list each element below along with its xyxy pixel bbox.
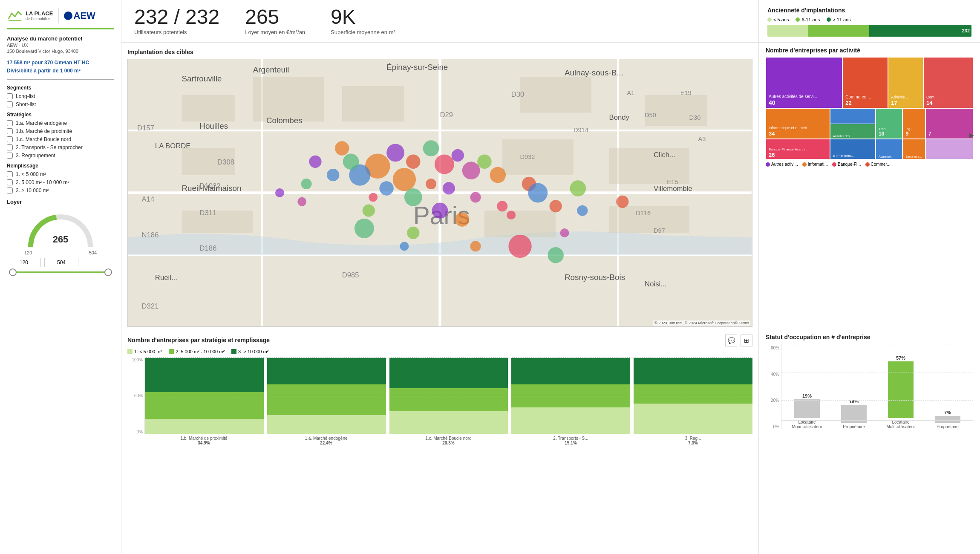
svg-text:Rueil...: Rueil... [155,274,177,282]
svg-text:Épinay-sur-Seine: Épinay-sur-Seine [386,63,448,72]
rempl-3[interactable]: 3. > 10 000 m² [7,188,114,193]
chart-toolbar[interactable]: 💬 ⊞ [725,335,752,346]
strat-1b[interactable]: 1.b. Marché de proximité [7,128,114,134]
anc-6-11-label: 6-11 ans [801,17,820,22]
anciennete-value: 232 [962,28,970,33]
grid-button[interactable]: ⊞ [741,335,752,346]
property-sub: AEW - UX [7,43,114,48]
svg-rect-13 [520,77,591,113]
svg-point-84 [297,197,306,206]
legend-label-2: 2. 5 000 m² - 10 000 m² [176,349,225,354]
strat-1a-label: 1.a. Marché endogène [16,120,67,126]
svg-point-71 [369,193,378,202]
strat-1c-label: 1.c. Marché Boucle nord [16,136,71,142]
anc-less5: < 5 ans [767,17,789,22]
svg-point-64 [393,168,416,191]
strat-3-cb[interactable] [7,153,13,159]
strat-1b-label: 1.b. Marché de proximité [16,128,72,134]
svg-text:D29: D29 [440,111,453,119]
cell-activites: Activités des... [830,124,876,139]
strat-1a-cb[interactable] [7,120,13,126]
svg-text:D157: D157 [137,124,154,132]
strat-2-cb[interactable] [7,144,13,150]
range-slider[interactable] [7,271,114,273]
anciennete-title: Ancienneté d'implantations [767,7,971,14]
strat-1b-cb[interactable] [7,128,13,134]
svg-rect-14 [645,95,707,126]
rempl-2-label: 2. 5 000 m² - 10 000 m² [16,179,69,185]
segment-longlist[interactable]: Long-list [7,93,114,99]
strat-2-label: 2. Transports - Se rapprocher [16,144,83,150]
map-title: Implantation des cibles [127,49,752,55]
occ-bar-locataire-multi: 57% LocataireMulti-utilisateur [879,355,922,429]
strat-3[interactable]: 3. Regroupement [7,153,114,159]
svg-point-78 [432,202,448,219]
occupation-chart: 60% 40% 20% 0% 19% [766,344,973,429]
range-thumb-left[interactable] [9,268,17,276]
rempl-3-cb[interactable] [7,188,13,193]
strat-1c[interactable]: 1.c. Marché Boucle nord [7,136,114,142]
laplace-name: LA PLACE [26,11,53,17]
svg-text:N186: N186 [142,231,159,239]
strat-1a[interactable]: 1.a. Marché endogène [7,120,114,126]
treemap-legend: Autres activi... Informati... Banque-Fi.… [766,162,973,167]
strat-3-label: 3. Regroupement [16,153,55,159]
range-thumb-right[interactable] [104,268,112,276]
range-min-input[interactable]: 120 [7,258,41,267]
svg-point-61 [423,140,439,156]
svg-point-74 [404,188,422,206]
svg-point-81 [528,183,548,202]
treemap-more-arrow[interactable]: ▶ [969,132,974,138]
svg-text:D97: D97 [654,227,665,234]
treemap-section: Nombre d'entreprises par activité Autres… [766,47,973,329]
y-0: 0% [137,430,143,434]
kpi-utilisateurs-label: Utilisateurs potentiels [134,29,219,35]
anc-more11: > 11 ans [827,17,851,22]
cell-autres-services: Autres activités de servi... 40 [766,57,842,108]
svg-text:Colombes: Colombes [266,116,303,125]
map-container[interactable]: Paris Sartrouville Argenteuil Épinay-sur… [127,59,752,327]
loyer-section: Loyer 265 120 504 120 504 [7,199,114,273]
cell-ing: Ing... 9 [902,108,925,139]
longlist-checkbox[interactable] [7,93,13,99]
kpi-loyer-label: Loyer moyen en €/m²/an [245,29,305,35]
svg-text:E19: E19 [680,89,692,96]
legend-label-3: 3. > 10 000 m² [238,349,268,354]
svg-text:D186: D186 [199,244,216,252]
svg-point-87 [507,211,516,219]
cell-sante: Santé et a... [902,139,925,159]
svg-point-59 [406,155,420,169]
svg-text:E15: E15 [667,179,678,185]
rempl-2-cb[interactable] [7,179,13,185]
occ-y-60: 60% [771,346,779,350]
legend-item-1: 1. < 5 000 m² [127,349,162,354]
svg-point-58 [386,144,404,162]
svg-point-94 [275,188,284,197]
rempl-2[interactable]: 2. 5 000 m² - 10 000 m² [7,179,114,185]
rempl-1-cb[interactable] [7,171,13,177]
svg-point-86 [309,156,321,168]
property-address: 150 Boulevard Victor Hugo, 93400 [7,49,114,54]
svg-rect-10 [182,95,235,122]
shortlist-checkbox[interactable] [7,101,13,107]
svg-text:Villemomble: Villemomble [654,185,692,193]
anc-more11-label: > 11 ans [833,17,851,22]
strat-1c-cb[interactable] [7,136,13,142]
x-label-1a: 1.a. Marché endogène 22.4% [267,436,386,445]
svg-point-92 [560,228,569,237]
legend-banque: Banque-Fi... [832,162,861,167]
segment-shortlist[interactable]: Short-list [7,101,114,107]
svg-point-93 [407,227,419,239]
strategies-label: Stratégies [7,112,114,118]
range-inputs[interactable]: 120 504 [7,258,114,267]
range-max-input[interactable]: 504 [44,258,78,267]
svg-text:D116: D116 [636,210,651,216]
y-100: 100% [132,358,143,362]
strat-2[interactable]: 2. Transports - Se rapprocher [7,144,114,150]
svg-point-88 [455,212,469,226]
rempl-1[interactable]: 1. < 5 000 m² [7,171,114,177]
svg-point-79 [497,201,507,211]
legend-info-label: Informati... [808,162,828,167]
kpi-utilisateurs-value: 232 / 232 [134,7,219,27]
chat-button[interactable]: 💬 [725,335,737,346]
